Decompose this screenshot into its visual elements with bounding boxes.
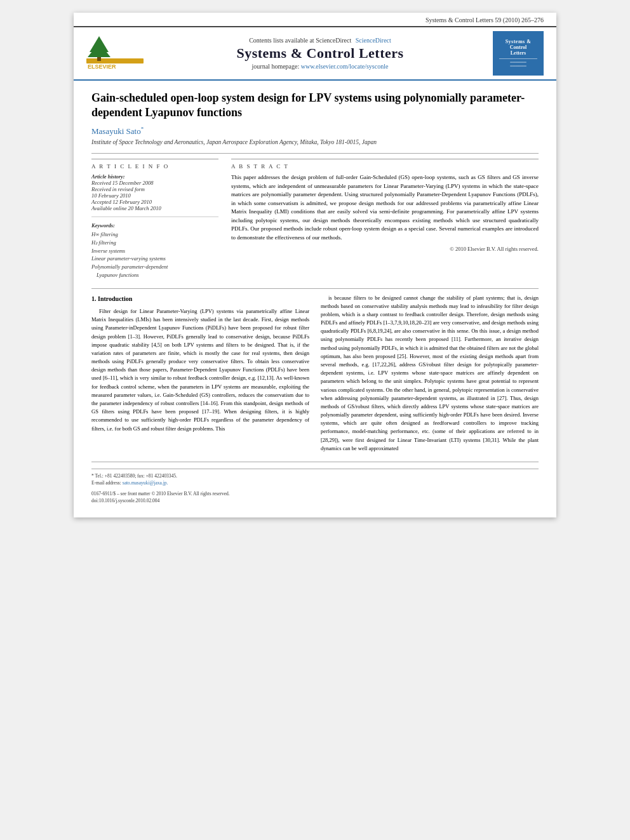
revised-label: Received in revised form (91, 186, 218, 192)
main-body: 1. Introduction Filter design for Linear… (91, 294, 539, 457)
divider-1 (91, 153, 539, 154)
article-info-heading: A R T I C L E I N F O (91, 163, 218, 170)
citation-text: Systems & Control Letters 59 (2010) 265–… (426, 17, 544, 23)
abstract-heading: A B S T R A C T (231, 163, 539, 170)
elsevier-logo: ELSEVIER (86, 33, 137, 74)
article-title: Gain-scheduled open-loop system design f… (91, 91, 539, 121)
doi-line: doi:10.1016/j.sysconle.2010.02.004 (91, 498, 539, 503)
article-info: A R T I C L E I N F O Article history: R… (91, 159, 218, 279)
keyword-4: Linear parameter-varying systems (91, 255, 218, 263)
email-link[interactable]: sato.masayuki@jaxa.jp. (123, 480, 168, 486)
page: Systems & Control Letters 59 (2010) 265–… (74, 13, 556, 517)
abstract-section: A B S T R A C T This paper addresses the… (231, 159, 539, 279)
keyword-2: H₂ filtering (91, 239, 218, 247)
svg-rect-4 (97, 57, 101, 61)
journal-banner: ELSEVIER Contents lists available at Sci… (74, 27, 556, 81)
journal-title: Systems & Control Letters (147, 45, 493, 62)
body-col-right: is because filters to be designed cannot… (321, 294, 539, 457)
article-content: Gain-scheduled open-loop system design f… (74, 81, 556, 517)
history-label: Article history: (91, 173, 218, 180)
available-date: Available online 20 March 2010 (91, 205, 218, 211)
body-col-left: 1. Introduction Filter design for Linear… (91, 294, 309, 457)
banner-center: Contents lists available at ScienceDirec… (147, 37, 493, 70)
svg-text:ELSEVIER: ELSEVIER (88, 63, 116, 70)
copyright: © 2010 Elsevier B.V. All rights reserved… (231, 246, 539, 252)
section1-title: 1. Introduction (91, 294, 309, 304)
page-footer: * Tel.: +81 422403580; fax: +81 42240334… (91, 469, 539, 503)
email-label: E-mail address: (91, 480, 121, 486)
contents-text: Contents lists available at ScienceDirec… (249, 37, 351, 44)
info-divider (91, 217, 218, 217)
body-right-text: is because filters to be designed cannot… (321, 294, 539, 453)
sciencedirect-link[interactable]: ScienceDirect (356, 37, 391, 44)
article-history: Article history: Received 15 December 20… (91, 173, 218, 211)
keyword-3: Inverse systems (91, 247, 218, 255)
copyright-line: 0167-6911/$ – see front matter © 2010 El… (91, 491, 539, 497)
journal-citation: Systems & Control Letters 59 (2010) 265–… (74, 13, 556, 27)
homepage-url[interactable]: www.elsevier.com/locate/sysconle (301, 63, 389, 70)
divider-2 (91, 288, 539, 289)
revised-date: 10 February 2010 (91, 192, 218, 199)
body-left-text: Filter design for Linear Parameter-Varyi… (91, 307, 309, 433)
email-line: E-mail address: sato.masayuki@jaxa.jp. (91, 480, 539, 486)
journal-logo-box: Systems & Control Letters ══════ ══════ (493, 31, 544, 76)
affiliation: Institute of Space Technology and Aerona… (91, 139, 539, 145)
accepted-date: Accepted 12 February 2010 (91, 199, 218, 205)
homepage-label: journal homepage: (252, 63, 300, 70)
svg-rect-0 (86, 58, 144, 63)
info-abstract-section: A R T I C L E I N F O Article history: R… (91, 159, 539, 279)
keyword-6: Lyapunov functions (91, 271, 218, 279)
author-name: Masayuki Sato* (91, 126, 539, 137)
keywords-label: Keywords: (91, 222, 218, 229)
footer-divider (91, 462, 539, 462)
keyword-5: Polynomially parameter-dependent (91, 263, 218, 271)
received-date: Received 15 December 2008 (91, 180, 218, 186)
star-note: * Tel.: +81 422403580; fax: +81 42240334… (91, 473, 539, 479)
abstract-text: This paper addresses the design problem … (231, 173, 539, 242)
keyword-1: H∞ filtering (91, 230, 218, 239)
